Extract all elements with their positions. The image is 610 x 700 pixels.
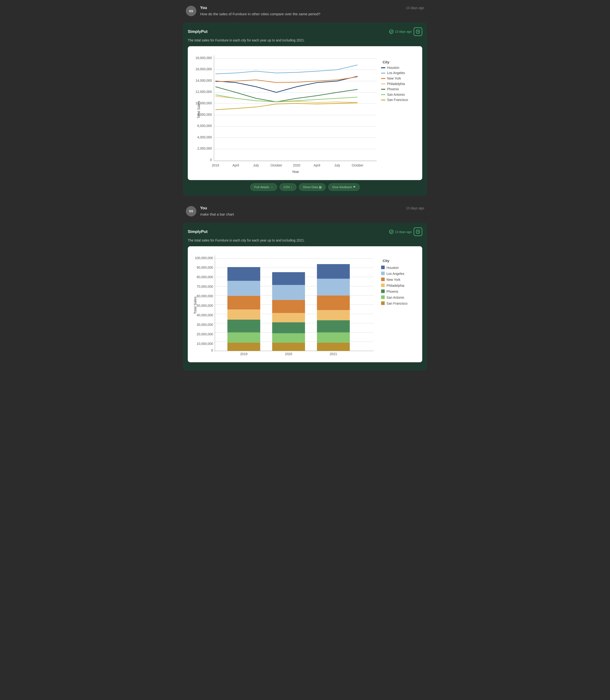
svg-rect-36 <box>381 72 385 74</box>
svg-text:Philadelphia: Philadelphia <box>387 82 405 85</box>
svg-rect-86 <box>272 300 305 313</box>
svg-rect-38 <box>381 78 385 79</box>
svg-text:Total Sales: Total Sales <box>197 101 200 118</box>
svg-text:July: July <box>253 163 259 167</box>
export-button-1[interactable] <box>414 27 422 36</box>
response-timestamp-1: 13 days ago <box>395 30 412 33</box>
svg-text:Total Sales: Total Sales <box>193 296 197 314</box>
svg-text:Los Angeles: Los Angeles <box>386 272 404 276</box>
svg-text:0: 0 <box>210 158 212 162</box>
response-meta-2: 13 days ago <box>389 227 422 236</box>
svg-text:80,000,000: 80,000,000 <box>197 275 213 279</box>
bar-2019: 2019 <box>227 267 260 356</box>
svg-rect-101 <box>381 272 385 275</box>
svg-rect-44 <box>381 94 385 95</box>
user-header-1: You 13 days ago <box>200 6 424 10</box>
response-card-2: SimplyPut 13 days ago The total sales fo… <box>183 223 427 370</box>
svg-text:Houston: Houston <box>387 66 399 69</box>
timestamp-1: 13 days ago <box>406 6 424 10</box>
bar-chart-container: 100,000,000 90,000,000 80,000,000 70,000… <box>188 246 422 362</box>
svg-text:October: October <box>352 163 364 167</box>
svg-text:2019: 2019 <box>212 163 219 167</box>
svg-rect-88 <box>272 272 305 285</box>
svg-rect-80 <box>227 267 260 281</box>
svg-text:San Francisco: San Francisco <box>386 302 407 305</box>
svg-text:Phoenix: Phoenix <box>387 87 399 91</box>
svg-rect-91 <box>317 332 350 343</box>
svg-text:90,000,000: 90,000,000 <box>197 266 213 270</box>
user-text-2: make that a bar chart <box>200 212 424 217</box>
svg-rect-103 <box>381 277 385 281</box>
response-header-2: SimplyPut 13 days ago <box>188 227 422 236</box>
timestamp-2: 13 days ago <box>406 206 424 210</box>
brand-2: SimplyPut <box>188 229 208 234</box>
svg-text:New York: New York <box>386 278 400 281</box>
svg-rect-34 <box>381 67 385 68</box>
svg-rect-99 <box>381 265 385 269</box>
svg-text:Year: Year <box>292 169 299 174</box>
show-data-button[interactable]: Show Data ▦ <box>299 183 326 191</box>
svg-rect-76 <box>227 320 260 332</box>
export-button-2[interactable] <box>414 227 422 236</box>
svg-text:20,000,000: 20,000,000 <box>197 332 213 336</box>
svg-text:40,000,000: 40,000,000 <box>197 313 213 317</box>
svg-text:6,000,000: 6,000,000 <box>197 124 212 128</box>
svg-text:Philadelphia: Philadelphia <box>386 284 404 288</box>
check-badge-2: 13 days ago <box>389 230 412 234</box>
svg-rect-109 <box>381 295 385 299</box>
svg-rect-74 <box>227 342 260 351</box>
svg-rect-92 <box>317 320 350 332</box>
svg-rect-84 <box>272 322 305 333</box>
svg-rect-78 <box>227 296 260 310</box>
svg-text:City: City <box>383 259 389 263</box>
user-text-1: How do the sales of Furniture in other c… <box>200 12 424 17</box>
line-chart-container: 18,000,000 16,000,000 14,000,000 12,000,… <box>188 46 422 180</box>
svg-text:18,000,000: 18,000,000 <box>195 56 212 60</box>
svg-text:2,000,000: 2,000,000 <box>197 147 212 150</box>
user-content-1: You 13 days ago How do the sales of Furn… <box>200 6 424 17</box>
check-circle-1 <box>389 30 394 34</box>
user-name-1: You <box>200 6 207 10</box>
svg-text:14,000,000: 14,000,000 <box>195 79 212 82</box>
csv-button[interactable]: CSV ↓ <box>279 183 296 191</box>
svg-text:50,000,000: 50,000,000 <box>197 304 213 308</box>
user-name-2: You <box>200 206 207 210</box>
svg-rect-75 <box>227 332 260 343</box>
svg-text:2021: 2021 <box>330 352 337 356</box>
svg-rect-95 <box>317 279 350 295</box>
avatar-1: SS <box>186 6 196 16</box>
svg-rect-107 <box>381 289 385 293</box>
svg-rect-42 <box>381 88 385 89</box>
svg-rect-83 <box>272 333 305 343</box>
svg-text:16,000,000: 16,000,000 <box>195 67 212 71</box>
svg-rect-46 <box>381 99 385 100</box>
user-content-2: You 13 days ago make that a bar chart <box>200 206 424 217</box>
svg-rect-82 <box>272 342 305 351</box>
svg-rect-40 <box>381 83 385 84</box>
svg-text:70,000,000: 70,000,000 <box>197 285 213 289</box>
svg-text:Los Angeles: Los Angeles <box>387 71 405 75</box>
svg-text:12,000,000: 12,000,000 <box>195 90 212 94</box>
svg-text:October: October <box>270 163 282 167</box>
user-message-1: SS You 13 days ago How do the sales of F… <box>181 0 429 22</box>
svg-text:San Antonio: San Antonio <box>386 296 404 299</box>
user-header-2: You 13 days ago <box>200 206 424 210</box>
svg-text:Houston: Houston <box>386 266 399 270</box>
line-chart-svg: 18,000,000 16,000,000 14,000,000 12,000,… <box>192 50 418 175</box>
bar-2021: 2021 <box>317 264 350 356</box>
svg-text:30,000,000: 30,000,000 <box>197 323 213 327</box>
brand-1: SimplyPut <box>188 29 208 34</box>
response-description-1: The total sales for Furniture in each ci… <box>188 38 422 43</box>
action-buttons-1: Full details → CSV ↓ Show Data ▦ Give fe… <box>188 183 422 191</box>
svg-rect-94 <box>317 295 350 310</box>
svg-text:San Francisco: San Francisco <box>387 98 408 102</box>
full-details-button[interactable]: Full details → <box>250 183 277 191</box>
response-description-2: The total sales for Furniture in each ci… <box>188 238 422 243</box>
bar-2020: 2020 <box>272 272 305 356</box>
svg-text:Phoenix: Phoenix <box>386 290 398 293</box>
give-feedback-button[interactable]: Give feedback ⚑ <box>328 183 360 191</box>
svg-rect-93 <box>317 310 350 320</box>
user-message-2: SS You 13 days ago make that a bar chart <box>181 200 429 223</box>
response-header-1: SimplyPut 13 days ago <box>188 27 422 36</box>
check-badge-1: 13 days ago <box>389 30 412 34</box>
